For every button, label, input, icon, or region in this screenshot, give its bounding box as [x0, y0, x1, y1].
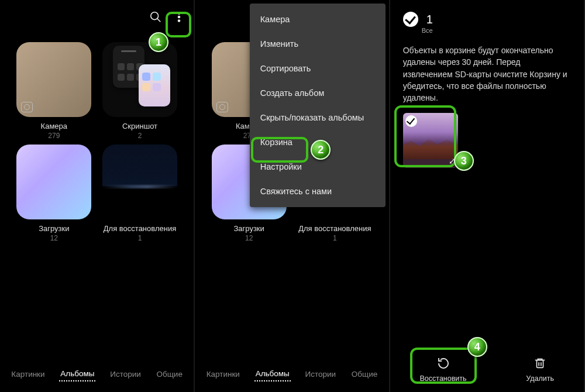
- svg-line-1: [157, 19, 161, 22]
- svg-point-2: [178, 12, 180, 14]
- panel-albums-1: Камера 279 Скриншот 2 Загрузки 12 Для во…: [0, 0, 195, 392]
- album-name: Загрузки: [233, 224, 264, 233]
- album-grid: Камера 279 Скриншот 2 Загрузки 12 Для во…: [0, 34, 194, 359]
- tab-shared[interactable]: Общие: [350, 367, 378, 381]
- album-thumb: [16, 42, 91, 117]
- select-all-check-icon[interactable]: [403, 12, 418, 27]
- album-name: Камера: [41, 122, 67, 130]
- album-name: Скриншот: [122, 122, 157, 130]
- album-thumb: [102, 42, 177, 117]
- delete-label: Удалить: [526, 374, 554, 383]
- album-count: 1: [138, 234, 142, 242]
- overflow-menu: Камера Изменить Сортировать Создать альб…: [250, 4, 386, 207]
- bottom-nav: Картинки Альбомы Истории Общие: [195, 359, 388, 392]
- panel-albums-2: Камера 279 Скриншот 2 Загрузки 12 Для во…: [195, 0, 390, 392]
- tab-pictures[interactable]: Картинки: [205, 367, 241, 381]
- svg-point-0: [151, 12, 159, 20]
- album-camera[interactable]: Камера 279: [14, 42, 94, 140]
- tab-albums[interactable]: Альбомы: [254, 367, 291, 381]
- album-count: 12: [50, 234, 58, 242]
- tab-stories[interactable]: Истории: [109, 367, 142, 381]
- album-count: 2: [138, 132, 142, 140]
- selected-count: 1: [426, 13, 433, 26]
- delete-button[interactable]: Удалить: [520, 351, 560, 385]
- restore-label: Восстановить: [420, 374, 467, 383]
- album-thumb: [102, 145, 177, 219]
- selected-sub: Все: [422, 27, 433, 34]
- menu-sort[interactable]: Сортировать: [250, 56, 386, 81]
- svg-point-3: [178, 16, 180, 18]
- tab-pictures[interactable]: Картинки: [10, 367, 46, 381]
- trash-actions: Восстановить Удалить: [390, 351, 584, 385]
- menu-hide-show[interactable]: Скрыть/показать альбомы: [250, 105, 386, 130]
- tab-stories[interactable]: Истории: [304, 367, 338, 381]
- menu-create-album[interactable]: Создать альбом: [250, 81, 386, 105]
- album-count: 12: [245, 234, 253, 242]
- menu-contact[interactable]: Свяжитесь с нами: [250, 179, 386, 204]
- menu-edit[interactable]: Изменить: [250, 32, 386, 56]
- trash-message: Объекты в корзине будут окончательно уда…: [390, 28, 584, 109]
- album-name: Для восстановления: [298, 224, 371, 233]
- restore-button[interactable]: Восстановить: [414, 351, 473, 385]
- callout-4: 4: [467, 337, 487, 357]
- tab-albums[interactable]: Альбомы: [59, 367, 95, 381]
- album-thumb: [16, 145, 91, 219]
- trash-icon: [532, 356, 548, 371]
- album-count: 279: [48, 132, 60, 140]
- album-restore[interactable]: Для восстановления 1: [100, 145, 180, 242]
- bottom-nav: Картинки Альбомы Истории Общие: [0, 359, 194, 392]
- topbar: [0, 0, 194, 34]
- album-count: 1: [333, 234, 337, 242]
- tab-shared[interactable]: Общие: [156, 367, 184, 381]
- svg-rect-5: [537, 360, 543, 368]
- album-name: Загрузки: [39, 224, 69, 233]
- menu-camera[interactable]: Камера: [250, 7, 386, 32]
- check-icon: [405, 115, 417, 127]
- panel-trash: 1 Все Объекты в корзине будут окончатель…: [390, 0, 585, 392]
- album-name: Для восстановления: [104, 224, 176, 233]
- more-icon[interactable]: [173, 11, 185, 23]
- trash-header: 1 Все: [390, 0, 584, 28]
- camera-icon: [216, 102, 228, 112]
- search-icon[interactable]: [149, 11, 162, 23]
- callout-1: 1: [149, 32, 168, 52]
- trash-thumb[interactable]: ⤢: [403, 113, 458, 168]
- restore-icon: [436, 356, 451, 371]
- album-downloads[interactable]: Загрузки 12: [14, 145, 94, 242]
- callout-3: 3: [454, 151, 474, 171]
- camera-icon: [21, 102, 33, 112]
- svg-point-4: [178, 20, 180, 22]
- album-screenshot[interactable]: Скриншот 2: [100, 42, 180, 140]
